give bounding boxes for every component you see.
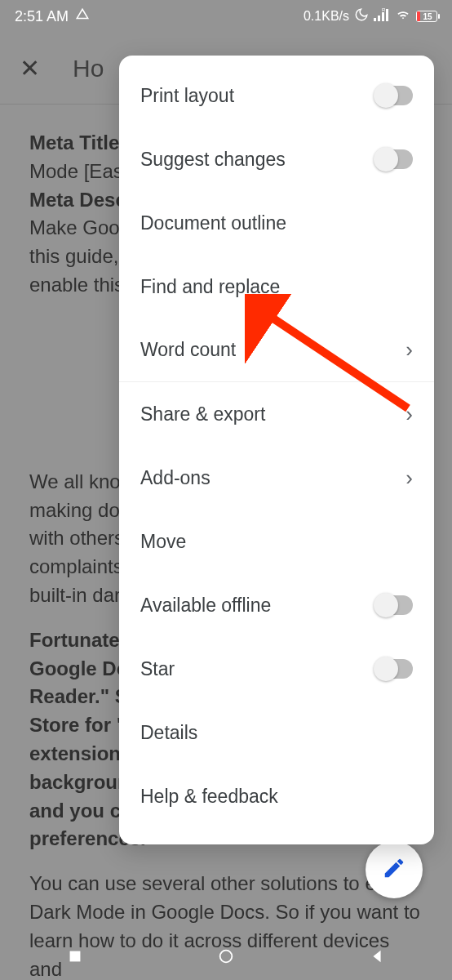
svg-rect-1 — [378, 16, 380, 21]
svg-rect-3 — [386, 9, 388, 21]
dnd-icon — [354, 7, 369, 25]
menu-addons[interactable]: Add-ons › — [119, 446, 434, 510]
svg-text:R: R — [382, 8, 386, 12]
wifi-icon — [395, 8, 411, 24]
battery-icon: 15 — [416, 11, 437, 22]
menu-help-feedback[interactable]: Help & feedback — [119, 764, 434, 828]
chevron-right-icon: › — [405, 402, 413, 427]
status-bar: 2:51 AM 0.1KB/s R 15 — [0, 0, 452, 33]
toggle-print-layout[interactable] — [375, 86, 413, 105]
menu-share-export[interactable]: Share & export › — [119, 382, 434, 446]
menu-available-offline[interactable]: Available offline — [119, 573, 434, 637]
toggle-suggest-changes[interactable] — [375, 149, 413, 169]
svg-rect-6 — [70, 951, 81, 962]
android-navbar — [0, 936, 452, 980]
menu-document-outline[interactable]: Document outline — [119, 191, 434, 255]
nav-home-icon[interactable] — [217, 947, 235, 969]
menu-details[interactable]: Details — [119, 701, 434, 764]
screen: ✕ Ho Meta Title: How to Mode [Easy Guide… — [0, 0, 452, 980]
menu-move[interactable]: Move — [119, 510, 434, 573]
svg-rect-0 — [374, 18, 376, 21]
svg-point-7 — [220, 951, 233, 963]
edit-fab[interactable] — [366, 841, 423, 898]
nav-back-icon[interactable] — [368, 947, 386, 969]
chevron-right-icon: › — [405, 337, 413, 363]
toggle-available-offline[interactable] — [375, 595, 413, 615]
menu-suggest-changes[interactable]: Suggest changes — [119, 127, 434, 191]
menu-star[interactable]: Star — [119, 637, 434, 701]
drive-icon — [75, 7, 90, 26]
overflow-menu: Print layout Suggest changes Document ou… — [119, 56, 434, 844]
menu-find-replace[interactable]: Find and replace — [119, 255, 434, 318]
nav-recent-icon[interactable] — [66, 947, 84, 969]
menu-word-count[interactable]: Word count › — [119, 318, 434, 382]
toggle-star[interactable] — [375, 659, 413, 679]
signal-icon: R — [374, 8, 390, 24]
chevron-right-icon: › — [405, 466, 413, 491]
svg-rect-2 — [382, 12, 384, 21]
pencil-icon — [382, 856, 406, 884]
menu-print-layout[interactable]: Print layout — [119, 64, 434, 127]
net-speed: 0.1KB/s — [304, 9, 349, 24]
status-time: 2:51 AM — [15, 8, 69, 25]
